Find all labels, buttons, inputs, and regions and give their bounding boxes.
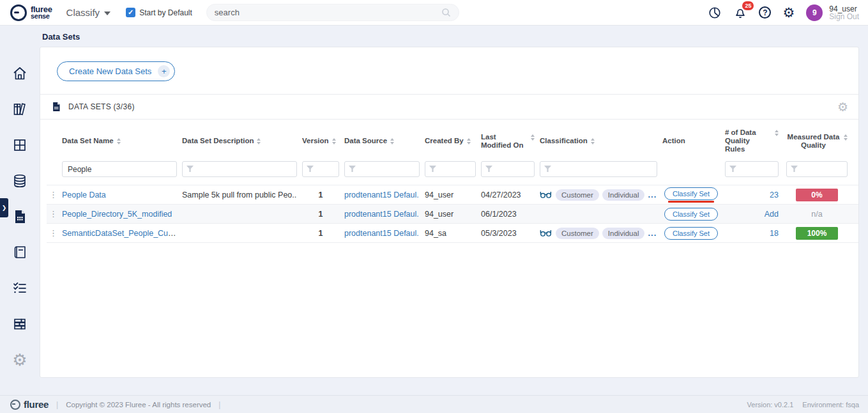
column-header-data-set-description[interactable]: Data Set Description bbox=[179, 137, 300, 145]
environment-label: Environment: fsqa bbox=[802, 401, 859, 409]
database-icon bbox=[11, 173, 28, 189]
create-new-data-sets-button[interactable]: Create New Data Sets + bbox=[57, 61, 175, 81]
dataset-version: 1 bbox=[300, 229, 342, 238]
table-header-row: Data Set Name Data Set Description Versi… bbox=[47, 120, 858, 160]
sign-out-link[interactable]: Sign Out bbox=[829, 13, 859, 20]
sidebar-item-ledger[interactable] bbox=[11, 244, 28, 261]
sort-icon[interactable] bbox=[844, 134, 848, 141]
column-header-action: Action bbox=[660, 137, 722, 145]
column-header-created-by[interactable]: Created By bbox=[422, 137, 478, 145]
sidebar-item-data-sets[interactable] bbox=[11, 208, 28, 225]
search-bar bbox=[206, 4, 459, 21]
table-row: ⋮ People Data Sample 5k pull from public… bbox=[47, 185, 858, 204]
filter-input-description[interactable] bbox=[182, 161, 297, 177]
logo-text-fluree: fluree bbox=[31, 6, 52, 13]
sort-icon[interactable] bbox=[332, 138, 336, 144]
classify-set-button[interactable]: Classify Set bbox=[664, 227, 718, 240]
filter-funnel-icon bbox=[307, 166, 314, 173]
version-label: Version: v0.2.1 bbox=[747, 401, 794, 409]
column-header-last-modified-on[interactable]: Last Modified On bbox=[478, 133, 537, 150]
classify-dropdown[interactable]: Classify bbox=[66, 7, 111, 18]
fluree-logo-icon bbox=[10, 4, 27, 21]
sidebar-item-home[interactable] bbox=[11, 65, 28, 82]
classify-set-button[interactable]: Classify Set bbox=[664, 208, 718, 221]
last-modified-on: 06/1/2023 bbox=[478, 210, 537, 219]
sidebar-item-apps-grid[interactable] bbox=[11, 137, 28, 153]
column-header-measured-quality[interactable]: Measured Data Quality bbox=[784, 133, 850, 150]
fluree-sense-logo[interactable]: fluree sense bbox=[10, 4, 52, 21]
start-by-default-option: ✓ Start by Default bbox=[126, 8, 192, 17]
table-settings-gear-icon[interactable]: ⚙ bbox=[837, 101, 848, 113]
page-title: Data Sets bbox=[40, 26, 868, 47]
last-modified-on: 04/27/2023 bbox=[478, 191, 537, 199]
data-source-link[interactable]: prodtenant15 Defaul. bbox=[344, 229, 419, 238]
more-classifications-link[interactable]: ... bbox=[648, 190, 657, 199]
notifications-bell-icon[interactable]: 25 bbox=[733, 6, 747, 20]
dataset-name-link[interactable]: People_Directory_5K_modified bbox=[62, 210, 172, 219]
sort-icon[interactable] bbox=[591, 138, 595, 144]
analytics-pie-icon[interactable] bbox=[708, 6, 722, 20]
sort-icon[interactable] bbox=[117, 138, 121, 144]
column-header-rules-count[interactable]: # of Data Quality Rules bbox=[722, 129, 784, 153]
sidebar-item-settings-history[interactable]: ⚙ bbox=[11, 352, 28, 368]
dataset-version: 1 bbox=[300, 191, 342, 199]
start-by-default-checkbox[interactable]: ✓ bbox=[126, 8, 135, 17]
filter-input-classification[interactable] bbox=[540, 161, 657, 177]
sort-icon[interactable] bbox=[257, 138, 261, 144]
data-source-link[interactable]: prodtenant15 Defaul. bbox=[344, 191, 419, 199]
sort-icon[interactable] bbox=[467, 138, 471, 144]
sidebar-item-databases[interactable] bbox=[11, 173, 28, 189]
classification-tag: Individual bbox=[602, 228, 645, 239]
filter-funnel-icon bbox=[187, 166, 194, 173]
search-input[interactable] bbox=[215, 8, 441, 17]
dataset-name-link[interactable]: SemanticDataSet_People_Cust.. bbox=[62, 229, 179, 238]
filter-funnel-icon bbox=[544, 166, 551, 173]
footer-fluree-logo: fluree bbox=[10, 399, 49, 410]
dataset-description: Sample 5k pull from public Peo.. bbox=[179, 191, 300, 199]
classification-tag: Customer bbox=[556, 189, 599, 201]
start-by-default-label: Start by Default bbox=[139, 8, 192, 17]
sidebar-item-catalog[interactable] bbox=[11, 101, 28, 118]
row-drag-handle[interactable]: ⋮ bbox=[49, 228, 57, 238]
rules-count-link[interactable]: 23 bbox=[770, 191, 779, 199]
gear-clock-icon: ⚙ bbox=[12, 352, 27, 368]
column-header-classification[interactable]: Classification bbox=[537, 137, 660, 145]
created-by: 94_sa bbox=[422, 229, 478, 238]
classification-tag: Individual bbox=[602, 189, 645, 201]
table-filter-row bbox=[47, 160, 858, 185]
sidebar-item-pipelines[interactable] bbox=[11, 316, 28, 332]
row-drag-handle[interactable]: ⋮ bbox=[49, 190, 57, 199]
divider: | bbox=[218, 400, 220, 409]
user-avatar[interactable]: 9 bbox=[806, 4, 823, 21]
filter-funnel-icon bbox=[485, 166, 492, 173]
more-classifications-link[interactable]: ... bbox=[648, 228, 657, 238]
column-header-data-source[interactable]: Data Source bbox=[342, 137, 422, 145]
add-rules-link[interactable]: Add bbox=[765, 210, 779, 219]
filter-input-data-set-name[interactable] bbox=[62, 161, 177, 177]
fluree-logo-icon bbox=[10, 400, 20, 410]
column-header-data-set-name[interactable]: Data Set Name bbox=[59, 137, 179, 145]
copyright-text: Copyright © 2023 Fluree - All rights res… bbox=[66, 401, 211, 409]
active-item-marker-chevron-icon: ❯ bbox=[0, 198, 8, 217]
help-icon[interactable]: ? bbox=[759, 6, 771, 19]
row-drag-handle[interactable]: ⋮ bbox=[49, 209, 57, 219]
sort-icon[interactable] bbox=[390, 138, 394, 144]
footer-logo-text: fluree bbox=[24, 399, 49, 410]
table-row: ⋮ People_Directory_5K_modified 1 prodten… bbox=[47, 204, 858, 223]
dataset-name-link[interactable]: People Data bbox=[62, 191, 106, 199]
sort-icon[interactable] bbox=[775, 130, 779, 136]
quality-badge: 0% bbox=[796, 189, 838, 201]
data-set-file-icon bbox=[11, 208, 28, 225]
sidebar: ❯ ⚙ bbox=[0, 26, 40, 395]
rules-count-link[interactable]: 18 bbox=[770, 229, 779, 238]
data-source-link[interactable]: prodtenant15 Defaul. bbox=[344, 210, 419, 219]
glasses-icon bbox=[540, 191, 552, 199]
sidebar-item-tasks[interactable] bbox=[11, 280, 28, 297]
column-header-version[interactable]: Version bbox=[300, 137, 342, 145]
home-icon bbox=[11, 65, 28, 82]
classify-set-button[interactable]: Classify Set bbox=[664, 187, 718, 200]
settings-gear-icon[interactable]: ⚙ bbox=[782, 6, 795, 19]
notification-count-badge: 25 bbox=[742, 1, 754, 10]
filter-funnel-icon bbox=[791, 166, 798, 173]
sort-icon[interactable] bbox=[531, 134, 535, 141]
